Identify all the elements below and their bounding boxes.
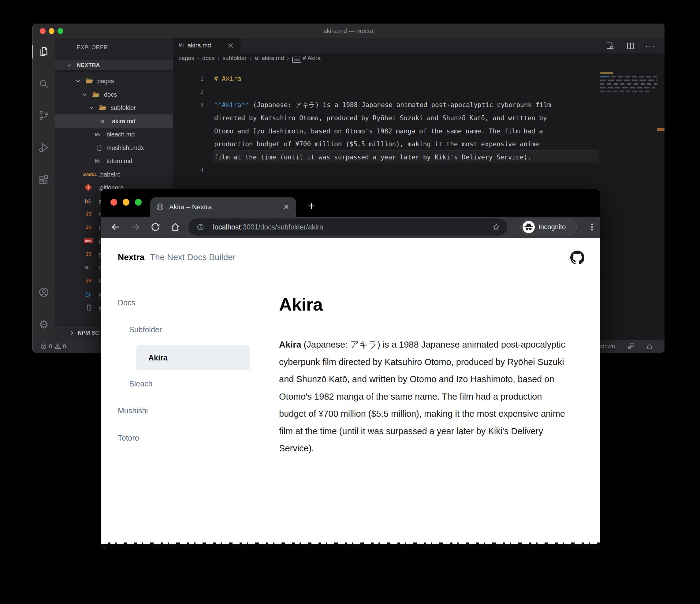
- sidebar-item-bleach[interactable]: Bleach: [129, 379, 152, 388]
- breadcrumb-subfolder[interactable]: subfolder: [223, 55, 247, 61]
- code-line[interactable]: film at the time (until it was surpassed…: [214, 151, 531, 164]
- search-icon[interactable]: [38, 78, 50, 90]
- forward-icon[interactable]: [130, 222, 141, 232]
- explorer-icon[interactable]: [38, 46, 50, 57]
- tree-row-pages[interactable]: pages: [55, 74, 173, 88]
- back-icon[interactable]: [110, 222, 121, 232]
- activity-bar: ⚙: [32, 38, 55, 339]
- markdown-icon: M↓: [179, 42, 184, 47]
- markdown-icon: M↓: [95, 128, 100, 141]
- minimize-window-button[interactable]: [123, 199, 129, 206]
- notifications-bell-icon[interactable]: [646, 339, 653, 353]
- more-actions-icon[interactable]: ···: [645, 41, 655, 50]
- settings-gear-icon[interactable]: ⚙: [38, 319, 50, 330]
- folder-open-icon: [99, 104, 107, 111]
- run-debug-icon[interactable]: [38, 142, 50, 153]
- close-tab-icon[interactable]: [283, 203, 290, 210]
- tree-row-bleach[interactable]: M↓ bleach.md: [55, 128, 173, 141]
- markdown-icon: M↓: [84, 261, 90, 274]
- sidebar-item-mushishi[interactable]: Mushishi: [118, 406, 148, 415]
- code-line[interactable]: Otomo and Izo Hashimoto, based on Otomo'…: [214, 125, 543, 138]
- window-title: akira.md — nextra: [32, 24, 665, 38]
- code-line[interactable]: directed by Katsuhiro Otomo, produced by…: [214, 112, 547, 125]
- yarn-icon: [84, 291, 92, 298]
- url-bar[interactable]: localhost:3001/docs/subfolder/akira: [189, 219, 507, 235]
- code-line[interactable]: # Akira: [214, 72, 242, 85]
- markdown-icon: M↓: [254, 56, 260, 61]
- file-icon: [96, 144, 103, 151]
- js-icon: JS: [86, 221, 92, 234]
- line-number: 3: [192, 99, 204, 112]
- folder-open-icon: [85, 77, 93, 84]
- active-view-indicator: [32, 45, 33, 58]
- close-window-button[interactable]: [110, 199, 117, 206]
- markdown-icon: M↓: [100, 115, 106, 128]
- code-line[interactable]: production budget of ¥700 million ($5.5 …: [214, 138, 539, 151]
- overview-ruler-marker: [657, 128, 665, 131]
- browser-window: Akira – Nextra localhost:3001/docs/subfo…: [101, 189, 600, 549]
- clipped-text-artifact: [101, 544, 600, 549]
- editor-scrollbar[interactable]: [657, 38, 665, 339]
- breadcrumb-heading-symbol[interactable]: # Akira: [303, 55, 321, 61]
- tree-row-mushishi[interactable]: mushishi.mdx: [55, 141, 173, 154]
- site-header: Nextra The Next Docs Builder: [101, 238, 600, 277]
- browser-tab[interactable]: Akira – Nextra: [150, 197, 296, 217]
- split-editor-icon[interactable]: [626, 41, 635, 50]
- workspace-section-header[interactable]: NEXTRA: [55, 60, 173, 70]
- json-icon: {◆}: [84, 194, 91, 208]
- babel-icon: BABEL: [83, 168, 97, 181]
- breadcrumb[interactable]: pages›docs›subfolder›M↓ akira.md›abc # A…: [178, 53, 321, 64]
- browser-tab-bar: Akira – Nextra: [101, 189, 600, 217]
- sidebar-item-docs[interactable]: Docs: [118, 298, 135, 307]
- incognito-icon: [523, 221, 535, 233]
- browser-toolbar: localhost:3001/docs/subfolder/akira Inco…: [101, 217, 600, 238]
- url-text[interactable]: localhost:3001/docs/subfolder/akira: [213, 219, 323, 235]
- site-brand[interactable]: Nextra: [118, 238, 144, 277]
- breadcrumb-docs[interactable]: docs: [202, 55, 215, 61]
- account-icon[interactable]: [38, 286, 50, 298]
- tree-row-babelrc[interactable]: BABEL .babelrc: [55, 168, 173, 181]
- line-number: 2: [192, 85, 204, 99]
- tree-row-totoro[interactable]: M↓ totoro.md: [55, 154, 173, 168]
- sidebar-item-akira-active[interactable]: Akira: [136, 345, 250, 370]
- zoom-window-button[interactable]: [135, 199, 142, 206]
- github-icon[interactable]: [570, 251, 584, 265]
- line-number: 1: [192, 72, 204, 85]
- reload-icon[interactable]: [150, 222, 161, 232]
- sidebar-item-totoro[interactable]: Totoro: [118, 433, 139, 443]
- line-number: 4: [192, 164, 204, 177]
- workspace-name: NEXTRA: [77, 60, 100, 70]
- tab-akira-md[interactable]: M↓ akira.md: [173, 38, 241, 53]
- desktop: akira.md — nextra: [0, 0, 700, 604]
- chevron-right-icon: [69, 330, 75, 336]
- tree-row-docs[interactable]: docs: [55, 88, 173, 101]
- folder-open-icon: [92, 91, 100, 98]
- git-icon: [84, 183, 92, 191]
- open-preview-icon[interactable]: [605, 41, 615, 50]
- sidebar-item-subfolder[interactable]: Subfolder: [129, 325, 162, 334]
- bookmark-star-icon[interactable]: [492, 223, 501, 231]
- tab-title: Akira – Nextra: [169, 197, 212, 217]
- editor-tab-bar: M↓ akira.md ···: [173, 38, 665, 53]
- incognito-badge: Incognito: [520, 219, 577, 235]
- code-line[interactable]: **Akira** (Japanese: アキラ) is a 1988 Japa…: [214, 99, 551, 112]
- site-info-icon[interactable]: [196, 223, 204, 231]
- problems-status[interactable]: 0 0: [41, 339, 66, 353]
- home-icon[interactable]: [170, 222, 181, 232]
- breadcrumb-pages[interactable]: pages: [178, 55, 194, 61]
- tree-row-akira-selected[interactable]: M↓ akira.md: [55, 115, 173, 128]
- vscode-titlebar[interactable]: akira.md — nextra: [32, 24, 665, 38]
- page-content: Nextra The Next Docs Builder Docs Subfol…: [101, 238, 600, 549]
- new-tab-icon[interactable]: [306, 201, 316, 211]
- source-control-icon[interactable]: [38, 109, 50, 121]
- extensions-icon[interactable]: [38, 174, 50, 186]
- close-tab-icon[interactable]: [227, 42, 235, 50]
- breadcrumb-akira[interactable]: akira.md: [261, 55, 284, 61]
- language-mode-status[interactable]: kdown: [598, 339, 615, 353]
- browser-menu-icon[interactable]: [587, 222, 597, 232]
- globe-icon: [156, 203, 164, 211]
- chevron-down-icon: [67, 63, 72, 68]
- tree-row-subfolder[interactable]: subfolder: [55, 101, 173, 115]
- explorer-panel-title: EXPLORER: [77, 44, 108, 51]
- feedback-icon[interactable]: [627, 339, 635, 353]
